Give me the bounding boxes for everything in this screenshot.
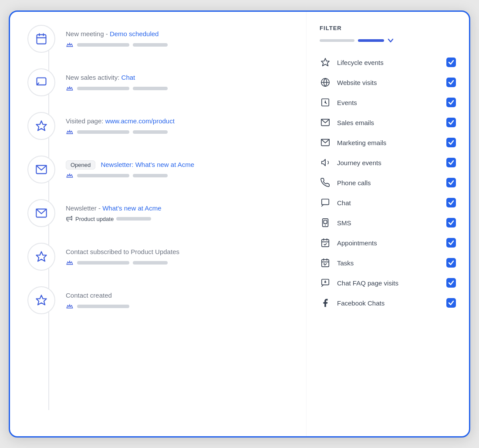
sms-icon	[320, 217, 331, 228]
calendar-icon-wrap	[27, 25, 55, 53]
timeline-item-meta	[66, 85, 297, 92]
timeline-item-meta	[66, 172, 297, 180]
timeline-item-content: Visited page: www.acme.com/product	[66, 112, 297, 136]
svg-rect-21	[322, 240, 329, 247]
svg-point-14	[325, 102, 326, 103]
checkbox-sales-emails[interactable]	[446, 118, 456, 127]
calendar-icon	[35, 33, 47, 45]
filter-label-journey-events: Journey events	[337, 159, 440, 166]
mail-icon-wrap	[27, 199, 55, 227]
timeline-item-title: Contact created	[66, 291, 297, 300]
slider-left	[320, 39, 354, 42]
filter-label-chat-faq: Chat FAQ page visits	[337, 279, 440, 287]
meta-bar	[133, 130, 168, 134]
slider-right	[358, 39, 384, 42]
checkbox-journey-events[interactable]	[446, 158, 456, 167]
crown-icon	[66, 41, 74, 49]
filter-label-lifecycle-events: Lifecycle events	[337, 59, 440, 66]
crown-icon	[66, 85, 74, 92]
product-update-row: Product update	[66, 215, 297, 222]
filter-item-journey-events[interactable]: Journey events	[320, 153, 456, 173]
meta-bar	[77, 130, 129, 134]
tasks-icon	[320, 257, 331, 268]
filter-item-lifecycle-events[interactable]: Lifecycle events	[320, 52, 456, 72]
meta-bar	[77, 261, 129, 265]
filter-slider[interactable]	[320, 37, 456, 44]
timeline-item-title: Newsletter - What's new at Acme	[66, 204, 297, 213]
filter-item-events[interactable]: Events	[320, 92, 456, 112]
filter-item-chat[interactable]: Chat	[320, 193, 456, 213]
timeline-item: Visited page: www.acme.com/product	[27, 112, 297, 140]
mail-icon	[35, 163, 47, 176]
meta-bar	[133, 261, 168, 265]
checkbox-tasks[interactable]	[446, 258, 456, 268]
filter-label-facebook-chats: Facebook Chats	[337, 299, 440, 307]
opened-badge: Opened	[66, 160, 95, 170]
timeline-item: New sales activity: Chat	[27, 68, 297, 96]
chat-icon	[320, 197, 331, 208]
meta-bar	[77, 43, 129, 47]
checkbox-chat-faq[interactable]	[446, 278, 456, 288]
filter-label-sms: SMS	[337, 219, 440, 227]
timeline-panel: New meeting - Demo scheduled New sales a…	[10, 12, 306, 436]
globe-icon	[320, 77, 331, 88]
star-icon-wrap	[27, 243, 55, 271]
checkbox-chat[interactable]	[446, 198, 456, 207]
timeline-item: New meeting - Demo scheduled	[27, 25, 297, 53]
meta-bar	[133, 43, 168, 47]
filter-title: FILTER	[320, 25, 456, 31]
checkbox-sms[interactable]	[446, 218, 456, 227]
timeline-item-content: New meeting - Demo scheduled	[66, 25, 297, 49]
checkbox-phone-calls[interactable]	[446, 178, 456, 187]
timeline-item: Newsletter - What's new at Acme Product …	[27, 199, 297, 227]
star-icon	[35, 120, 47, 132]
svg-rect-17	[322, 199, 329, 205]
meta-bar	[133, 174, 168, 177]
timeline-item: Contact created	[27, 286, 297, 314]
svg-point-31	[325, 282, 326, 283]
svg-marker-9	[36, 295, 46, 305]
timeline-item-content: Newsletter - What's new at Acme Product …	[66, 199, 297, 222]
svg-marker-8	[36, 251, 46, 261]
svg-rect-25	[322, 260, 329, 267]
megaphone-icon	[66, 215, 73, 222]
filter-label-website-visits: Website visits	[337, 79, 440, 86]
filter-item-chat-faq[interactable]: Chat FAQ page visits	[320, 273, 456, 293]
meta-bar	[77, 174, 129, 177]
filter-item-marketing-emails[interactable]: Marketing emails	[320, 132, 456, 153]
filter-item-appointments[interactable]: Appointments	[320, 233, 456, 253]
meta-bar	[116, 217, 151, 221]
message-icon-wrap	[27, 68, 55, 96]
filter-item-website-visits[interactable]: Website visits	[320, 72, 456, 92]
checkbox-facebook-chats[interactable]	[446, 298, 456, 308]
timeline-item-title: Visited page: www.acme.com/product	[66, 116, 297, 126]
svg-rect-30	[322, 279, 329, 285]
events-icon	[320, 97, 331, 108]
filter-item-sales-emails[interactable]: Sales emails	[320, 112, 456, 132]
timeline-item-content: New sales activity: Chat	[66, 68, 297, 92]
star-icon	[35, 294, 47, 306]
chevron-down-icon	[388, 37, 394, 44]
checkbox-marketing-emails[interactable]	[446, 138, 456, 147]
filter-label-chat: Chat	[337, 199, 440, 207]
checkbox-website-visits[interactable]	[446, 78, 456, 87]
checkbox-events[interactable]	[446, 98, 456, 107]
filter-label-marketing-emails: Marketing emails	[337, 139, 440, 146]
filter-item-phone-calls[interactable]: Phone calls	[320, 173, 456, 193]
timeline-item-meta	[66, 259, 297, 267]
checkbox-appointments[interactable]	[446, 238, 456, 248]
filter-item-sms[interactable]: SMS	[320, 213, 456, 233]
filter-item-facebook-chats[interactable]: Facebook Chats	[320, 293, 456, 313]
main-card: New meeting - Demo scheduled New sales a…	[9, 10, 470, 438]
filter-label-events: Events	[337, 99, 440, 106]
filter-item-tasks[interactable]: Tasks	[320, 253, 456, 273]
svg-point-29	[324, 263, 324, 264]
star-icon-wrap	[27, 286, 55, 314]
star-icon-wrap	[27, 112, 55, 140]
message-icon	[35, 76, 47, 88]
timeline-item-content: Contact created	[66, 286, 297, 310]
filter-label-sales-emails: Sales emails	[337, 119, 440, 126]
checkbox-lifecycle-events[interactable]	[446, 58, 456, 67]
timeline-item-title: New meeting - Demo scheduled	[66, 29, 297, 38]
timeline-item-title: Opened Newsletter: What's new at Acme	[66, 160, 297, 169]
